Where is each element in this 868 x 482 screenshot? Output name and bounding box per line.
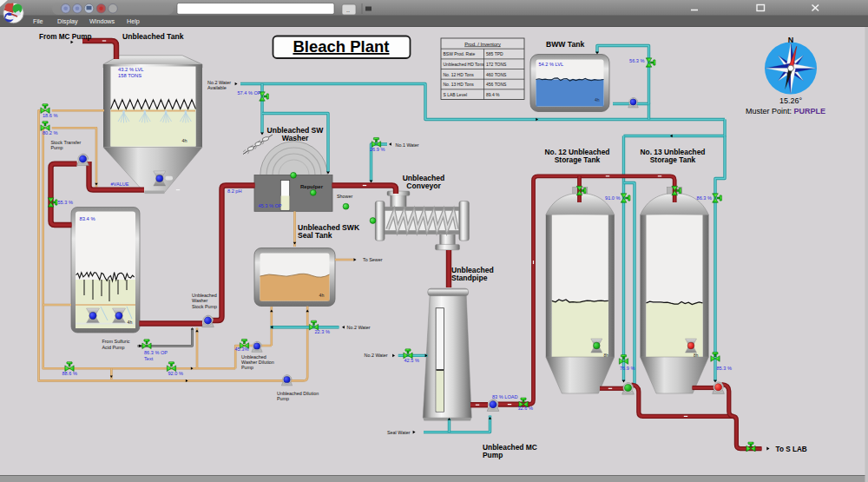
svg-text:18.6 %: 18.6 % bbox=[43, 113, 57, 118]
svg-text:From Sulfuric: From Sulfuric bbox=[102, 339, 130, 344]
svg-text:#VALUE: #VALUE bbox=[111, 182, 129, 187]
svg-text:32.6 %: 32.6 % bbox=[518, 406, 533, 411]
svg-text:BSW Prod. Rate: BSW Prod. Rate bbox=[444, 51, 476, 56]
svg-text:BWW Tank: BWW Tank bbox=[546, 40, 584, 49]
svg-text:Bleach Plant: Bleach Plant bbox=[293, 37, 389, 56]
svg-text:22.3 %: 22.3 % bbox=[315, 329, 330, 334]
svg-text:460 TONS: 460 TONS bbox=[486, 72, 507, 77]
svg-text:No.1 Water: No.1 Water bbox=[396, 142, 419, 148]
svg-text:4h: 4h bbox=[182, 138, 187, 143]
svg-text:45.3 % OP: 45.3 % OP bbox=[259, 203, 282, 208]
svg-text:456 TONS: 456 TONS bbox=[486, 82, 507, 87]
svg-text:Muster Point: PURPLE: Muster Point: PURPLE bbox=[746, 107, 825, 116]
svg-text:Unbleached: Unbleached bbox=[241, 354, 266, 360]
svg-text:Unbleached Dilution: Unbleached Dilution bbox=[277, 391, 319, 396]
svg-text:83 % LOAD: 83 % LOAD bbox=[492, 394, 518, 399]
svg-text:55.3 %: 55.3 % bbox=[58, 200, 73, 205]
svg-text:86.3 %: 86.3 % bbox=[697, 195, 712, 201]
svg-text:585 TPD: 585 TPD bbox=[486, 51, 503, 56]
svg-text:Stock Transfer: Stock Transfer bbox=[51, 140, 82, 145]
svg-text:Seal Tank: Seal Tank bbox=[298, 231, 332, 240]
svg-text:43.2 % LVL: 43.2 % LVL bbox=[118, 67, 144, 72]
svg-text:54.2 % LVL: 54.2 % LVL bbox=[539, 62, 564, 67]
svg-text:Windows: Windows bbox=[89, 17, 115, 25]
svg-text:Prod. / Inventory: Prod. / Inventory bbox=[464, 42, 501, 47]
svg-text:76.9 %: 76.9 % bbox=[620, 366, 635, 371]
svg-text:Washer: Washer bbox=[192, 298, 208, 303]
svg-text:Acid Pump: Acid Pump bbox=[102, 345, 125, 350]
svg-text:Washer: Washer bbox=[282, 134, 309, 142]
svg-text:Shower: Shower bbox=[337, 194, 352, 199]
svg-text:Unbleached: Unbleached bbox=[451, 266, 494, 274]
svg-text:Pump: Pump bbox=[51, 145, 63, 150]
svg-text:Conveyor: Conveyor bbox=[406, 182, 441, 190]
svg-text:89.4 %: 89.4 % bbox=[486, 92, 500, 97]
svg-text:No.2 Water: No.2 Water bbox=[207, 80, 231, 85]
svg-text:4h: 4h bbox=[595, 97, 600, 102]
svg-text:85.3 %: 85.3 % bbox=[717, 366, 732, 371]
svg-text:Unbleached: Unbleached bbox=[403, 174, 445, 182]
svg-text:8h: 8h bbox=[604, 353, 609, 358]
svg-text:Pump: Pump bbox=[483, 451, 503, 459]
svg-text:83.4 %: 83.4 % bbox=[80, 216, 95, 221]
svg-text:92.0 %: 92.0 % bbox=[168, 371, 183, 376]
svg-text:To S LAB: To S LAB bbox=[776, 446, 807, 453]
svg-text:Washer Dilution: Washer Dilution bbox=[241, 360, 274, 365]
svg-text:172 TONS: 172 TONS bbox=[486, 62, 507, 67]
svg-text:Unbleached HD Tons: Unbleached HD Tons bbox=[444, 62, 485, 67]
svg-text:No.2 Water: No.2 Water bbox=[347, 325, 371, 330]
svg-text:Pump: Pump bbox=[277, 396, 289, 401]
svg-text:No. 12 Unbleached: No. 12 Unbleached bbox=[545, 148, 610, 156]
svg-text:Seal Water: Seal Water bbox=[387, 430, 411, 435]
svg-text:4h: 4h bbox=[319, 293, 325, 298]
svg-text:8h: 8h bbox=[694, 353, 699, 358]
svg-text:56.3 %: 56.3 % bbox=[629, 58, 644, 63]
svg-text:Available: Available bbox=[207, 85, 227, 90]
svg-text:57.4 % OP: 57.4 % OP bbox=[237, 90, 260, 96]
svg-text:80.2 %: 80.2 % bbox=[43, 130, 57, 135]
svg-text:No. 12 HD Tons: No. 12 HD Tons bbox=[444, 72, 475, 77]
svg-text:Text: Text bbox=[144, 356, 154, 361]
svg-text:No.2 Water: No.2 Water bbox=[365, 353, 388, 358]
svg-text:Help: Help bbox=[127, 17, 140, 25]
svg-text:Unbleached: Unbleached bbox=[192, 293, 217, 298]
svg-text:Storage Tank: Storage Tank bbox=[555, 155, 601, 164]
svg-text:45.3%: 45.3% bbox=[235, 347, 249, 352]
svg-text:Unbleached Tank: Unbleached Tank bbox=[122, 32, 184, 41]
svg-text:8.2 pH: 8.2 pH bbox=[227, 188, 241, 194]
svg-text:Repulper: Repulper bbox=[300, 184, 324, 189]
svg-text:No. 13 HD Tons: No. 13 HD Tons bbox=[444, 82, 475, 87]
svg-text:42.5 %: 42.5 % bbox=[404, 358, 419, 363]
svg-text:Pump: Pump bbox=[241, 365, 253, 370]
svg-text:Unbleached MC: Unbleached MC bbox=[483, 443, 537, 452]
svg-text:Standpipe: Standpipe bbox=[451, 274, 488, 282]
svg-text:91.0 %: 91.0 % bbox=[605, 195, 620, 201]
svg-text:15.26°: 15.26° bbox=[779, 96, 803, 105]
svg-text:Unbleached SWK: Unbleached SWK bbox=[298, 223, 360, 232]
svg-text:26.9 %: 26.9 % bbox=[370, 147, 385, 152]
svg-text:88.6 %: 88.6 % bbox=[62, 371, 77, 376]
svg-text:Display: Display bbox=[57, 17, 78, 25]
svg-text:File: File bbox=[33, 17, 43, 25]
svg-text:N: N bbox=[788, 36, 794, 44]
svg-text:To Sewer: To Sewer bbox=[363, 257, 383, 262]
svg-text:S LAB Level: S LAB Level bbox=[444, 92, 468, 97]
svg-text:No. 13 Unbleached: No. 13 Unbleached bbox=[641, 148, 706, 156]
svg-text:Stock Pump: Stock Pump bbox=[192, 304, 217, 309]
svg-text:86.3 % OP: 86.3 % OP bbox=[144, 350, 168, 355]
svg-text:Storage Tank: Storage Tank bbox=[650, 155, 696, 164]
svg-text:Unbleached SW: Unbleached SW bbox=[267, 126, 325, 135]
svg-text:4h: 4h bbox=[128, 320, 133, 325]
svg-text:158 TONS: 158 TONS bbox=[118, 73, 141, 78]
svg-text:..: .. bbox=[346, 7, 350, 13]
svg-text:From MC Pump: From MC Pump bbox=[39, 33, 92, 41]
